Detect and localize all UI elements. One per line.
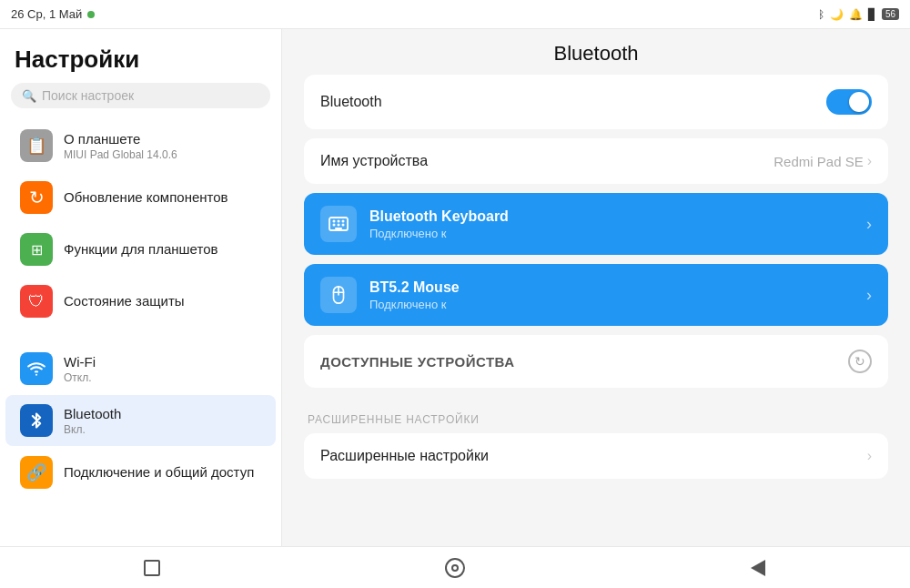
moon-icon: 🌙 <box>830 8 844 21</box>
volume-icon: 🔔 <box>849 8 863 21</box>
sidebar: Настройки 🔍 Поиск настроек 📋 О планшете … <box>0 29 282 546</box>
bluetooth-icon <box>20 404 53 437</box>
sidebar-item-connection[interactable]: 🔗 Подключение и общий доступ <box>5 447 276 498</box>
nav-home-button[interactable] <box>437 550 473 586</box>
mouse-device-name: BT5.2 Mouse <box>369 279 854 296</box>
sidebar-item-wifi[interactable]: Wi-Fi Откл. <box>5 343 276 394</box>
bluetooth-nav-label: Bluetooth <box>64 405 121 423</box>
status-left: 26 Ср, 1 Май <box>11 7 95 21</box>
sidebar-item-components[interactable]: ↻ Обновление компонентов <box>5 172 276 223</box>
components-label: Обновление компонентов <box>64 188 228 207</box>
mouse-device-status: Подключено к <box>369 298 854 311</box>
search-box[interactable]: 🔍 Поиск настроек <box>11 83 270 108</box>
bluetooth-status-icon: ᛒ <box>818 8 824 21</box>
sidebar-item-protection[interactable]: 🛡 Состояние защиты <box>5 276 276 327</box>
device-name-value: Redmi Pad SE <box>774 154 863 169</box>
available-devices-row[interactable]: ДОСТУПНЫЕ УСТРОЙСТВА ↻ <box>304 335 888 388</box>
advanced-section-label: РАСШИРЕННЫЕ НАСТРОЙКИ <box>304 397 888 433</box>
bluetooth-toggle-item[interactable]: Bluetooth <box>304 75 888 129</box>
sidebar-item-about[interactable]: 📋 О планшете MIUI Pad Global 14.0.6 <box>5 120 276 171</box>
main-layout: Настройки 🔍 Поиск настроек 📋 О планшете … <box>0 29 910 546</box>
sidebar-list: 📋 О планшете MIUI Pad Global 14.0.6 ↻ Об… <box>0 119 281 546</box>
device-name-chevron: › <box>867 153 872 169</box>
connected-device-mouse[interactable]: BT5.2 Mouse Подключено к › <box>304 264 888 326</box>
sidebar-item-bluetooth[interactable]: Bluetooth Вкл. <box>5 395 276 446</box>
bluetooth-toggle-label: Bluetooth <box>320 94 382 110</box>
about-sub: MIUI Pad Global 14.0.6 <box>64 148 177 161</box>
advanced-settings-label: Расширенные настройки <box>320 448 489 464</box>
nav-back-button[interactable] <box>134 550 170 586</box>
mouse-chevron: › <box>866 286 872 305</box>
keyboard-icon <box>320 206 357 242</box>
nav-triangle-icon <box>751 560 765 576</box>
advanced-settings-chevron: › <box>867 448 872 464</box>
signal-icon: ▊ <box>868 8 876 21</box>
device-name-row: Имя устройства Redmi Pad SE › <box>304 138 888 184</box>
mouse-icon <box>320 277 357 313</box>
connection-icon: 🔗 <box>20 456 53 489</box>
components-icon: ↻ <box>20 181 53 214</box>
refresh-icon[interactable]: ↻ <box>848 350 872 373</box>
content-header: Bluetooth <box>282 29 910 75</box>
green-dot-indicator <box>87 11 95 18</box>
content-body: Bluetooth Имя устройства Redmi Pad SE › <box>282 75 910 546</box>
about-label: О планшете <box>64 130 177 148</box>
keyboard-chevron: › <box>866 215 872 234</box>
status-time: 26 Ср, 1 Май <box>11 7 82 21</box>
content-title: Bluetooth <box>282 42 910 66</box>
keyboard-device-name: Bluetooth Keyboard <box>369 208 854 225</box>
protection-label: Состояние защиты <box>64 292 185 310</box>
status-right: ᛒ 🌙 🔔 ▊ 56 <box>818 8 899 21</box>
nav-circle-icon <box>445 558 465 578</box>
bluetooth-toggle-row: Bluetooth <box>304 75 888 129</box>
sidebar-item-tablet-functions[interactable]: ⊞ Функции для планшетов <box>5 224 276 275</box>
available-devices-label: ДОСТУПНЫЕ УСТРОЙСТВА <box>320 354 515 370</box>
search-icon: 🔍 <box>22 89 36 103</box>
advanced-section: РАСШИРЕННЫЕ НАСТРОЙКИ Расширенные настро… <box>304 397 888 479</box>
battery-level: 56 <box>882 8 899 20</box>
search-placeholder: Поиск настроек <box>42 88 134 103</box>
status-bar: 26 Ср, 1 Май ᛒ 🌙 🔔 ▊ 56 <box>0 0 910 29</box>
keyboard-device-status: Подключено к <box>369 227 854 240</box>
nav-circle-inner-icon <box>451 564 459 572</box>
advanced-settings-row[interactable]: Расширенные настройки › <box>304 433 888 479</box>
protection-icon: 🛡 <box>20 285 53 318</box>
nav-bar <box>0 546 910 588</box>
connection-label: Подключение и общий доступ <box>64 463 254 482</box>
device-name-item[interactable]: Имя устройства Redmi Pad SE › <box>304 138 888 184</box>
device-name-label: Имя устройства <box>320 153 428 169</box>
tablet-functions-icon: ⊞ <box>20 233 53 266</box>
nav-recents-button[interactable] <box>740 550 776 586</box>
wifi-icon <box>20 352 53 385</box>
bluetooth-toggle-switch[interactable] <box>826 89 872 115</box>
tablet-functions-label: Функции для планшетов <box>64 240 217 259</box>
nav-square-icon <box>144 560 160 576</box>
about-icon: 📋 <box>20 129 53 162</box>
wifi-sub: Откл. <box>64 371 96 384</box>
wifi-label: Wi-Fi <box>64 353 96 371</box>
sidebar-title: Настройки <box>0 29 281 83</box>
content-area: Bluetooth Bluetooth Имя устройства Redmi… <box>282 29 910 546</box>
connected-device-keyboard[interactable]: Bluetooth Keyboard Подключено к › <box>304 193 888 255</box>
bluetooth-nav-sub: Вкл. <box>64 423 121 436</box>
